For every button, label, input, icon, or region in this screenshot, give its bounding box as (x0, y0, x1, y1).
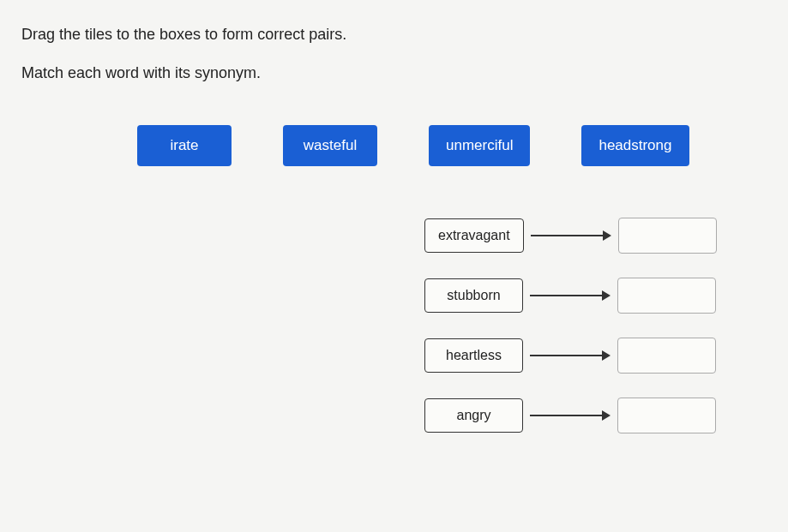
pairs-container: extravagant stubborn heartless angry (21, 218, 767, 433)
word-box-angry: angry (424, 398, 523, 433)
tile-headstrong[interactable]: headstrong (581, 125, 689, 166)
tile-irate[interactable]: irate (137, 125, 232, 166)
tile-wasteful[interactable]: wasteful (283, 125, 377, 166)
drop-box-heartless[interactable] (617, 338, 716, 374)
arrow-icon (523, 290, 617, 301)
drop-box-angry[interactable] (617, 398, 716, 433)
word-box-extravagant: extravagant (424, 218, 524, 253)
pair-row: extravagant (424, 218, 767, 254)
instruction-text-2: Match each word with its synonym. (21, 64, 767, 82)
pair-row: stubborn (424, 278, 767, 314)
arrow-icon (523, 410, 617, 421)
tile-unmerciful[interactable]: unmerciful (429, 125, 530, 166)
arrow-icon (524, 230, 618, 241)
pair-row: heartless (424, 338, 767, 374)
word-box-stubborn: stubborn (424, 278, 523, 313)
pair-row: angry (424, 398, 767, 433)
arrow-icon (523, 350, 617, 361)
tiles-row: irate wasteful unmerciful headstrong (21, 125, 767, 166)
drop-box-extravagant[interactable] (618, 218, 717, 254)
drop-box-stubborn[interactable] (617, 278, 716, 314)
instruction-text-1: Drag the tiles to the boxes to form corr… (21, 26, 767, 44)
word-box-heartless: heartless (424, 338, 523, 373)
